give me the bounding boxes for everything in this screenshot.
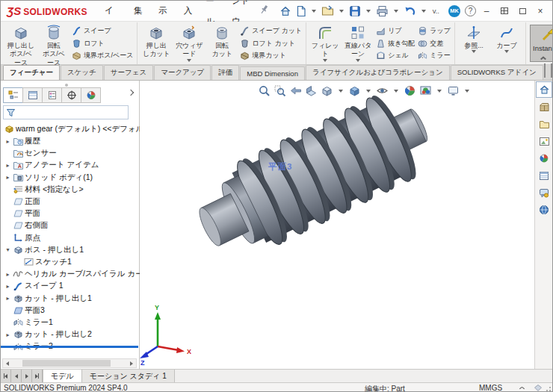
fillet-dropdown-icon[interactable] <box>323 59 327 62</box>
appearances-scenes-button[interactable] <box>536 150 552 167</box>
tree-item-annotations[interactable]: ▸ アノテート アイテム <box>1 159 140 171</box>
tab-configuration-manager[interactable] <box>42 87 62 103</box>
view-palette-button[interactable] <box>536 133 552 149</box>
extruded-cut-button[interactable]: 押し出 しカット <box>140 23 173 63</box>
zoom-to-area-icon[interactable] <box>274 84 286 97</box>
view-orientation-dropdown-icon[interactable] <box>339 90 343 93</box>
pin-menu-icon[interactable] <box>260 4 269 18</box>
scroll-right-icon[interactable] <box>130 361 133 366</box>
plane3-viewport-label[interactable]: 平面3 <box>268 161 292 172</box>
tree-item-front-plane[interactable]: 正面 <box>1 196 140 208</box>
home-button[interactable] <box>278 4 293 19</box>
panel-expand-icon[interactable] <box>128 90 134 96</box>
revolve-boss-button[interactable]: 回転 ボス/ベース <box>37 23 70 63</box>
tree-item-solid-bodies[interactable]: ▸ ソリッド ボディ(1) <box>1 172 140 184</box>
save-dropdown-icon[interactable] <box>366 10 371 13</box>
tree-item-boss-extrude1[interactable]: ▾ ボス - 押し出し1 <box>1 244 140 256</box>
shell-button[interactable]: シェル <box>376 50 415 61</box>
view-orientation-icon[interactable] <box>321 84 333 97</box>
tab-property-manager[interactable] <box>22 87 43 103</box>
revolved-cut-button[interactable]: 回転 カット <box>206 23 238 63</box>
expand-arrow-icon[interactable]: ▸ <box>4 283 12 290</box>
previous-view-icon[interactable] <box>289 84 302 97</box>
tree-item-sketch1[interactable]: スケッチ1 <box>1 256 140 268</box>
open-document-button[interactable] <box>320 4 336 18</box>
ribbon-collapse-icon[interactable] <box>540 56 546 60</box>
first-tab-icon[interactable] <box>1 370 11 382</box>
toolbar-more-label[interactable]: v.. <box>433 7 439 15</box>
close-icon[interactable]: × <box>533 4 548 18</box>
tab-markup[interactable]: マークアップ <box>154 65 211 80</box>
display-style-icon[interactable] <box>348 84 361 97</box>
last-tab-icon[interactable] <box>32 370 43 382</box>
custom-properties-button[interactable] <box>536 167 552 184</box>
tab-surfaces[interactable]: サーフェス <box>104 65 153 80</box>
doc-pane-left-icon[interactable] <box>544 64 546 78</box>
tree-item-sweep1[interactable]: ▸ スイープ 1 <box>1 280 140 292</box>
expand-arrow-icon[interactable]: ▾ <box>4 246 12 253</box>
tab-solidworks-addins[interactable]: SOLIDWORKS アドイン <box>451 65 543 80</box>
doc-pane-right-icon[interactable] <box>551 64 552 78</box>
curves-button[interactable]: カーブ <box>490 23 523 63</box>
mirror-button[interactable]: ミラー <box>418 50 451 61</box>
rib-button[interactable]: リブ <box>376 25 415 37</box>
tab-display-manager[interactable] <box>81 87 101 103</box>
undo-dropdown-icon[interactable] <box>421 10 426 13</box>
print-button[interactable] <box>374 4 390 19</box>
section-view-icon[interactable] <box>305 84 318 97</box>
unit-system-label[interactable]: MMGS <box>479 384 502 392</box>
hole-wizard-dropdown-icon[interactable] <box>187 59 191 62</box>
new-document-button[interactable] <box>294 4 308 19</box>
tag-icon[interactable] <box>534 385 542 392</box>
apply-scene-dropdown-icon[interactable] <box>437 90 442 93</box>
undo-button[interactable] <box>402 4 418 19</box>
tab-features[interactable]: フィーチャー <box>3 65 60 80</box>
hole-wizard-button[interactable]: 穴ウィザード <box>173 23 206 63</box>
tree-item-cut-extrude1[interactable]: ▸ カット - 押し出し1 <box>1 292 140 304</box>
3dexperience-button[interactable] <box>536 202 552 218</box>
prev-tab-icon[interactable] <box>11 370 22 382</box>
solidworks-forum-button[interactable] <box>536 184 552 201</box>
tree-item-mirror1[interactable]: ミラー1 <box>1 317 140 329</box>
solidworks-resources-button[interactable] <box>536 81 552 98</box>
intersect-button[interactable]: 交差 <box>418 38 451 49</box>
sweep-cut-button[interactable]: スイープ カット <box>240 25 302 37</box>
wrap-button[interactable]: ラップ <box>418 25 451 37</box>
hide-show-items-icon[interactable] <box>376 84 389 97</box>
tree-item-history[interactable]: ▸ 履歴 <box>1 135 140 147</box>
file-explorer-button[interactable] <box>536 116 552 132</box>
tree-filter-input[interactable] <box>3 105 129 119</box>
tile-windows-icon[interactable] <box>497 4 512 18</box>
expand-arrow-icon[interactable]: ▸ <box>4 174 12 181</box>
resize-grip[interactable] <box>545 385 551 391</box>
model-tab[interactable]: モデル <box>43 370 82 382</box>
zoom-to-fit-icon[interactable] <box>258 84 271 97</box>
expand-arrow-icon[interactable]: ▸ <box>4 138 12 145</box>
draft-button[interactable]: 抜き勾配 <box>376 38 415 49</box>
print-dropdown-icon[interactable] <box>394 10 398 13</box>
tree-item-top-plane[interactable]: 平面 <box>1 208 140 220</box>
reference-geometry-button[interactable]: 参照... <box>457 23 490 63</box>
panel-splitter-handle[interactable] <box>65 84 68 87</box>
boundary-boss-button[interactable]: 境界ボス/ベース <box>72 50 133 61</box>
graphics-area[interactable]: 平面3 Y X Z <box>140 81 536 369</box>
tree-item-origin[interactable]: 原点 <box>1 232 140 244</box>
design-library-button[interactable] <box>536 99 552 115</box>
tree-root-part[interactable]: warm gear (デフォルト) <<デフォルト>_表示 <box>1 122 140 135</box>
tab-mbd-dimension[interactable]: MBD Dimension <box>240 66 305 80</box>
open-dropdown-icon[interactable] <box>339 10 344 13</box>
fillet-button[interactable]: フィレット <box>309 23 342 63</box>
expand-arrow-icon[interactable]: ▸ <box>4 162 12 169</box>
tree-item-cut-extrude2[interactable]: ▸ カット - 押し出し2 <box>1 329 140 340</box>
maximize-icon[interactable] <box>515 4 530 18</box>
boundary-cut-button[interactable]: 境界カット <box>240 50 302 61</box>
tab-sketch[interactable]: スケッチ <box>61 65 103 80</box>
loft-cut-button[interactable]: ロフト カット <box>240 38 302 49</box>
tab-lifecycle-collaboration[interactable]: ライフサイクルおよびコラボレーション <box>306 65 450 80</box>
minimize-icon[interactable]: – <box>479 4 494 18</box>
expand-arrow-icon[interactable]: ▸ <box>4 295 12 302</box>
tree-item-sensors[interactable]: センサー <box>1 147 140 159</box>
tab-evaluate[interactable]: 評価 <box>211 65 239 80</box>
motion-study-tab[interactable]: モーション スタディ 1 <box>82 370 175 382</box>
expand-arrow-icon[interactable]: ▸ <box>4 271 12 278</box>
